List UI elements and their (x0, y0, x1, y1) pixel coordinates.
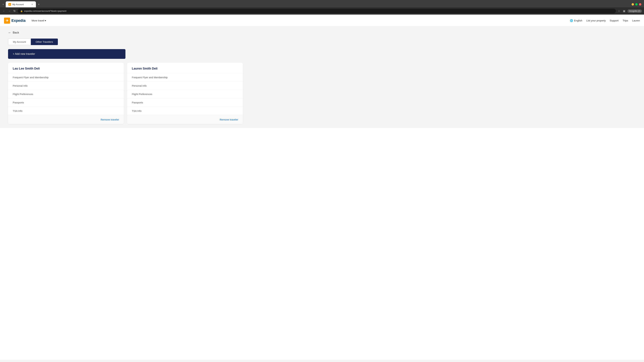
traveler-frequent-flyer-1[interactable]: Frequent Flyer and Membership (127, 73, 243, 82)
expedia-logo-text: Expedia (12, 18, 26, 23)
bookmark-icon[interactable]: ☆ (617, 9, 621, 13)
more-travel-label: More travel (32, 19, 44, 22)
site-header: ✈ Expedia More travel ▾ 🌐 English List y… (0, 14, 644, 27)
browser-tab-bar: ▾ ✈ My Account × + (0, 0, 644, 7)
add-traveler-button[interactable]: + Add new traveler (8, 49, 126, 59)
traveler-card-0: Lau Lee Smith Deli Frequent Flyer and Me… (8, 63, 124, 124)
tab-scroll-arrow[interactable]: ▾ (1, 2, 5, 6)
traveler-flight-preferences-1[interactable]: Flight Preferences (127, 90, 243, 98)
main-area: ← Back My Account Other Travelers + Add … (0, 27, 644, 128)
remove-traveler-1[interactable]: Remove traveler (220, 118, 238, 121)
trips-link[interactable]: Trips (623, 19, 628, 22)
tab-favicon: ✈ (8, 3, 11, 6)
traveler-card-footer-0: Remove traveler (8, 115, 124, 124)
traveler-personal-info-1[interactable]: Personal Info (127, 82, 243, 90)
back-row[interactable]: ← Back (8, 31, 636, 34)
traveler-name-1: Lauren Smith Deli (127, 63, 243, 73)
browser-tab-active[interactable]: ✈ My Account × (6, 1, 36, 7)
traveler-card-1: Lauren Smith Deli Frequent Flyer and Mem… (127, 63, 243, 124)
sidebar-toggle-icon[interactable]: ▣ (622, 9, 626, 13)
tab-other-travelers[interactable]: Other Travelers (31, 38, 58, 45)
traveler-tsa-info-1[interactable]: TSA Info (127, 107, 243, 115)
url-text: expedia.com/user/account/?&selc=payment (24, 10, 613, 12)
traveler-flight-preferences-0[interactable]: Flight Preferences (8, 90, 124, 98)
expedia-logo-icon: ✈ (4, 17, 10, 24)
tab-close-button[interactable]: × (31, 3, 33, 6)
header-right: 🌐 English List your property Support Tri… (570, 19, 640, 22)
address-bar[interactable]: 🔒 expedia.com/user/account/?&selc=paymen… (18, 9, 616, 13)
tabs-row: My Account Other Travelers (8, 38, 636, 45)
traveler-frequent-flyer-0[interactable]: Frequent Flyer and Membership (8, 73, 124, 82)
nav-back-button[interactable]: ← (2, 9, 6, 13)
add-traveler-label: + Add new traveler (13, 52, 35, 55)
language-label: English (574, 19, 582, 22)
window-close-button[interactable] (639, 3, 641, 5)
window-controls (632, 3, 643, 5)
chevron-down-icon: ▾ (45, 19, 46, 22)
remove-traveler-0[interactable]: Remove traveler (100, 118, 119, 121)
back-label: Back (13, 31, 19, 34)
address-bar-actions: ☆ ▣ Incognito (2) (617, 9, 642, 13)
traveler-passports-1[interactable]: Passports (127, 98, 243, 107)
nav-refresh-button[interactable]: ↻ (13, 9, 16, 13)
nav-forward-button[interactable]: → (8, 9, 12, 13)
tab-my-account[interactable]: My Account (8, 38, 31, 45)
traveler-passports-0[interactable]: Passports (8, 98, 124, 107)
page-content: ✈ Expedia More travel ▾ 🌐 English List y… (0, 14, 644, 360)
browser-chrome: ▾ ✈ My Account × + ← → ↻ 🔒 expedia.com/u… (0, 0, 644, 14)
support-link[interactable]: Support (610, 19, 619, 22)
list-property-link[interactable]: List your property (586, 19, 606, 22)
traveler-tsa-info-0[interactable]: TSA Info (8, 107, 124, 115)
browser-address-bar: ← → ↻ 🔒 expedia.com/user/account/?&selc=… (0, 7, 644, 14)
traveler-card-footer-1: Remove traveler (127, 115, 243, 124)
back-arrow-icon: ← (8, 31, 12, 34)
lock-icon: 🔒 (20, 10, 23, 12)
window-minimize-button[interactable] (632, 3, 634, 5)
incognito-badge[interactable]: Incognito (2) (628, 9, 642, 13)
travelers-grid: Lau Lee Smith Deli Frequent Flyer and Me… (8, 63, 243, 124)
new-tab-button[interactable]: + (36, 2, 41, 7)
tab-title: My Account (12, 3, 30, 6)
globe-icon: 🌐 (570, 19, 573, 22)
user-account-link[interactable]: Lauren (632, 19, 640, 22)
more-travel-nav[interactable]: More travel ▾ (30, 18, 48, 23)
traveler-personal-info-0[interactable]: Personal Info (8, 82, 124, 90)
traveler-name-0: Lau Lee Smith Deli (8, 63, 124, 73)
window-maximize-button[interactable] (635, 3, 638, 5)
logo-area[interactable]: ✈ Expedia (4, 17, 26, 24)
language-selector[interactable]: 🌐 English (570, 19, 582, 22)
